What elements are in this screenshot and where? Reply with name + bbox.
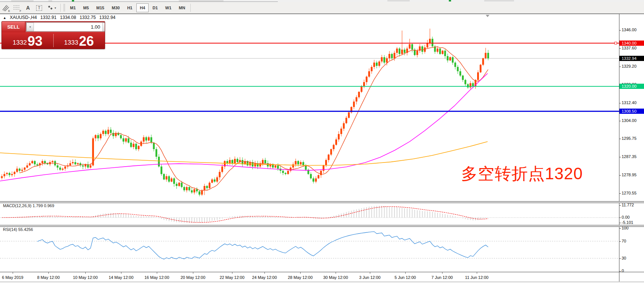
time-tick-label: 5 Jun 12:00 [394, 275, 416, 280]
ohlc-low: 1332.75 [80, 15, 96, 20]
price-tick: 1329.20 [622, 64, 637, 68]
price-badge-1308.50: 1308.50 [619, 109, 644, 114]
sell-button[interactable]: SELL [2, 22, 25, 32]
price-tick: 1312.40 [622, 100, 637, 105]
price-tick: 1304.00 [622, 118, 637, 123]
status-strip [0, 282, 644, 283]
time-tick-label: 14 May 12:00 [109, 275, 134, 280]
mt4-application: E F A T ▾ M1M5M15M30H1H4D1W1MN ▲ XA [0, 0, 644, 283]
ma-line-ma-mid [0, 73, 488, 181]
rsi-tick: 100 [622, 226, 628, 230]
price-tick: 1346.00 [622, 28, 637, 32]
chart-shift-marker[interactable] [486, 15, 489, 17]
price-tick: 1287.35 [622, 154, 637, 159]
macd-tick: 11.772 [622, 203, 634, 207]
time-tick-label: 22 May 12:00 [220, 275, 245, 280]
ask-price[interactable]: 1333 26 [53, 32, 105, 49]
time-tick-label: 28 May 12:00 [288, 275, 313, 280]
volume-input[interactable] [34, 23, 102, 31]
price-badge-1340.00: 1340.00 [619, 41, 644, 46]
price-tick: 1295.75 [622, 136, 637, 141]
rsi-indicator-label: RSI(14) 55.4256 [3, 227, 33, 232]
ohlc-header: ▲ XAUUSD-,H4 1332.91 1334.08 1332.75 133… [3, 15, 118, 20]
rsi-tick: 30 [622, 256, 626, 260]
text-annotation[interactable]: 多空转折点1320 [461, 163, 583, 185]
rsi-tick: 70 [622, 239, 626, 243]
time-tick-label: 3 Jun 12:00 [359, 275, 381, 280]
price-tick: 1278.95 [622, 173, 637, 177]
time-tick-label: 16 May 12:00 [145, 275, 169, 280]
bid-ask-display: 1332 93 1333 26 [2, 32, 105, 49]
time-tick-label: 6 May 2019 [2, 275, 23, 280]
macd-signal-line [2, 207, 488, 223]
bid-price[interactable]: 1332 93 [2, 32, 53, 49]
time-tick-label: 20 May 12:00 [181, 275, 206, 280]
volume-increase-button[interactable]: ▴ [102, 23, 105, 31]
symbol-title: XAUUSD-,H4 [10, 15, 37, 20]
ma-line-fast [20, 47, 488, 191]
hline-handle [615, 42, 617, 44]
price-tick: 1337.60 [622, 46, 637, 50]
rsi-line [37, 232, 488, 259]
price-badge-1332.94: 1332.94 [619, 56, 644, 61]
ohlc-open: 1332.91 [40, 15, 56, 20]
ohlc-close: 1332.94 [99, 15, 115, 20]
time-tick-label: 8 May 12:00 [37, 275, 60, 280]
collapse-chart-icon[interactable]: ▲ [3, 16, 6, 20]
macd-indicator-label: MACD(12,26,9) 1.799 0.969 [3, 203, 54, 208]
volume-decrease-button[interactable]: ▾ [26, 23, 34, 31]
macd-tick: -5.101 [622, 220, 633, 225]
price-badge-1320.00: 1320.00 [619, 84, 644, 89]
time-tick-label: 11 Jun 12:00 [465, 275, 489, 280]
one-click-trading-panel: SELL ▾ ▴ BUY 1332 93 1333 26 [1, 21, 105, 49]
time-tick-label: 7 Jun 12:00 [431, 275, 453, 280]
macd-tick: 0.00 [622, 215, 629, 219]
volume-spinner: ▾ ▴ [26, 22, 105, 32]
rsi-tick: 0 [622, 268, 624, 273]
time-tick-label: 30 May 12:00 [323, 275, 348, 280]
ohlc-high: 1334.08 [60, 15, 76, 20]
time-tick-label: 10 May 12:00 [73, 275, 98, 280]
time-tick-label: 24 May 12:00 [252, 275, 277, 280]
price-tick: 1270.55 [622, 191, 637, 195]
